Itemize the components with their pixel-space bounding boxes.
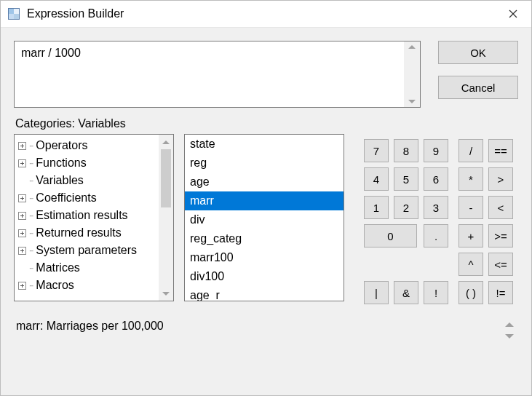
expand-icon[interactable] (18, 212, 26, 220)
list-item[interactable]: marr (185, 191, 344, 210)
list-item[interactable]: marr100 (185, 248, 344, 267)
tree-item-label: Estimation results (36, 209, 127, 222)
tree-item[interactable]: ···Macros (18, 277, 159, 294)
close-button[interactable] (496, 1, 530, 27)
keypad-button[interactable]: 2 (394, 196, 418, 219)
tree-item[interactable]: ···Operators (18, 137, 159, 154)
keypad-button[interactable]: 4 (364, 167, 389, 191)
keypad-button[interactable]: ^ (458, 253, 483, 276)
chevron-down-icon (408, 100, 416, 103)
categories-heading: Categories: Variables (15, 117, 518, 130)
keypad: 789/==456*>123-<0.+>=^<=|&!( )!= (359, 134, 518, 309)
tree-item-label: System parameters (36, 244, 137, 257)
keypad-button[interactable]: + (458, 224, 483, 248)
app-icon (8, 8, 20, 20)
keypad-button[interactable]: ( ) (458, 281, 483, 304)
tree-item-label: Functions (36, 157, 86, 170)
keypad-button[interactable]: 7 (364, 139, 389, 162)
keypad-button[interactable]: > (488, 167, 513, 191)
keypad-button[interactable]: <= (488, 253, 513, 276)
tree-item[interactable]: ···Returned results (18, 224, 159, 242)
expand-icon[interactable] (18, 159, 26, 167)
tree-scrollbar[interactable] (159, 135, 173, 301)
item-description: marr: Marriages per 100,000 (14, 320, 501, 333)
keypad-button[interactable]: 9 (424, 139, 448, 162)
list-item[interactable]: state (185, 135, 344, 154)
expression-scrollbar[interactable] (404, 41, 420, 107)
expand-icon[interactable] (18, 142, 26, 150)
list-item[interactable]: age_r (185, 286, 344, 301)
titlebar: Expression Builder (1, 1, 531, 28)
expand-icon[interactable] (18, 282, 26, 290)
keypad-button[interactable]: | (364, 281, 389, 304)
keypad-button[interactable]: 1 (364, 196, 389, 219)
keypad-button[interactable]: == (488, 139, 513, 162)
tree-item-label: Variables (36, 174, 84, 187)
list-item[interactable]: reg (185, 154, 344, 173)
chevron-down-icon (505, 334, 514, 338)
tree-item-label: Coefficients (36, 191, 96, 205)
keypad-button[interactable]: - (458, 196, 483, 219)
scroll-thumb[interactable] (161, 149, 171, 207)
expand-icon[interactable] (18, 247, 26, 255)
ok-button[interactable]: OK (438, 41, 518, 64)
expand-icon[interactable] (18, 194, 26, 202)
tree-item-label: Operators (36, 139, 87, 152)
tree-item-label: Macros (36, 279, 74, 292)
expand-icon[interactable] (18, 229, 26, 237)
keypad-button[interactable]: 5 (394, 167, 418, 191)
keypad-button[interactable]: ! (424, 281, 448, 304)
chevron-up-icon (408, 45, 416, 49)
expression-input[interactable]: marr / 1000 (14, 41, 421, 108)
tree-item[interactable]: ···Coefficients (18, 189, 159, 207)
keypad-button[interactable]: 3 (424, 196, 448, 219)
keypad-button[interactable]: . (424, 224, 448, 248)
keypad-button[interactable]: & (394, 281, 418, 304)
window-title: Expression Builder (27, 7, 496, 20)
tree-item[interactable]: ···System parameters (18, 242, 159, 259)
description-scrollbar[interactable] (501, 320, 518, 338)
close-icon (509, 9, 517, 18)
tree-item[interactable]: ···Variables (18, 172, 159, 189)
chevron-up-icon (505, 322, 514, 327)
categories-tree[interactable]: ···Operators···Functions ···Variables···… (14, 134, 174, 301)
keypad-button[interactable]: 8 (394, 139, 418, 162)
expression-text: marr / 1000 (15, 41, 404, 107)
client-area: marr / 1000 OK Cancel Categories: Variab… (1, 28, 531, 395)
chevron-up-icon (162, 140, 170, 144)
list-item[interactable]: reg_categ (185, 229, 344, 248)
keypad-button[interactable]: != (488, 281, 513, 304)
list-item[interactable]: div (185, 210, 344, 229)
chevron-down-icon (162, 292, 170, 296)
tree-item[interactable]: ···Functions (18, 154, 159, 172)
keypad-button[interactable]: >= (488, 224, 513, 248)
list-item[interactable]: age (185, 173, 344, 191)
keypad-button[interactable]: < (488, 196, 513, 219)
tree-item[interactable]: ···Matrices (18, 259, 159, 277)
keypad-button[interactable]: / (458, 139, 483, 162)
keypad-button[interactable]: * (458, 167, 483, 191)
expression-builder-window: Expression Builder marr / 1000 OK Cancel… (0, 0, 532, 396)
list-item[interactable]: div100 (185, 267, 344, 286)
tree-item-label: Matrices (36, 261, 79, 274)
cancel-button[interactable]: Cancel (438, 76, 518, 99)
tree-item-label: Returned results (36, 226, 121, 239)
keypad-button[interactable]: 6 (424, 167, 448, 191)
keypad-button[interactable]: 0 (364, 224, 417, 248)
tree-item[interactable]: ···Estimation results (18, 207, 159, 224)
items-list[interactable]: stateregagemarrdivreg_categmarr100div100… (184, 134, 344, 301)
